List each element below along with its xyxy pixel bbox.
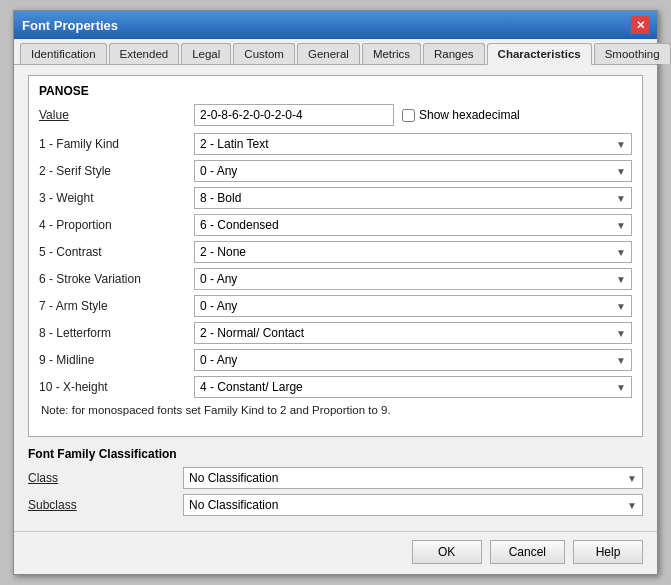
panose-dropdown-3[interactable]: 8 - Bold▼ [194, 187, 632, 209]
panose-dropdown-value-1: 2 - Latin Text [200, 137, 268, 151]
tab-ranges[interactable]: Ranges [423, 43, 485, 64]
panose-rows: 1 - Family Kind2 - Latin Text▼2 - Serif … [39, 133, 632, 398]
panose-dropdown-9[interactable]: 0 - Any▼ [194, 349, 632, 371]
panose-dropdown-value-7: 0 - Any [200, 299, 237, 313]
panose-dropdown-7[interactable]: 0 - Any▼ [194, 295, 632, 317]
panose-row-6: 6 - Stroke Variation0 - Any▼ [39, 268, 632, 290]
panose-row-7: 7 - Arm Style0 - Any▼ [39, 295, 632, 317]
panose-dropdown-value-5: 2 - None [200, 245, 246, 259]
panose-row-label-1: 1 - Family Kind [39, 137, 194, 151]
tab-extended[interactable]: Extended [109, 43, 180, 64]
panose-dropdown-8[interactable]: 2 - Normal/ Contact▼ [194, 322, 632, 344]
panose-row-label-10: 10 - X-height [39, 380, 194, 394]
class-row: Class No Classification ▼ [28, 467, 643, 489]
panose-value-input[interactable] [194, 104, 394, 126]
tab-smoothing[interactable]: Smoothing [594, 43, 671, 64]
panose-dropdown-4[interactable]: 6 - Condensed▼ [194, 214, 632, 236]
tab-custom[interactable]: Custom [233, 43, 295, 64]
class-label: Class [28, 471, 183, 485]
panose-dropdown-10[interactable]: 4 - Constant/ Large▼ [194, 376, 632, 398]
panose-dropdown-value-6: 0 - Any [200, 272, 237, 286]
class-dropdown-arrow: ▼ [627, 473, 637, 484]
panose-row-label-7: 7 - Arm Style [39, 299, 194, 313]
panose-row-3: 3 - Weight8 - Bold▼ [39, 187, 632, 209]
panose-dropdown-arrow-6: ▼ [616, 274, 626, 285]
subclass-dropdown-value: No Classification [189, 498, 278, 512]
panose-dropdown-value-2: 0 - Any [200, 164, 237, 178]
panose-dropdown-value-8: 2 - Normal/ Contact [200, 326, 304, 340]
panose-dropdown-arrow-2: ▼ [616, 166, 626, 177]
subclass-dropdown-arrow: ▼ [627, 500, 637, 511]
subclass-label: Subclass [28, 498, 183, 512]
help-button[interactable]: Help [573, 540, 643, 564]
panose-dropdown-arrow-10: ▼ [616, 382, 626, 393]
panose-title: PANOSE [39, 84, 632, 98]
panose-row-label-4: 4 - Proportion [39, 218, 194, 232]
ok-button[interactable]: OK [412, 540, 482, 564]
panose-dropdown-value-9: 0 - Any [200, 353, 237, 367]
panose-note: Note: for monospaced fonts set Family Ki… [39, 404, 632, 416]
subclass-dropdown[interactable]: No Classification ▼ [183, 494, 643, 516]
window-title: Font Properties [22, 18, 118, 33]
panose-dropdown-arrow-1: ▼ [616, 139, 626, 150]
panose-row-label-6: 6 - Stroke Variation [39, 272, 194, 286]
panose-dropdown-2[interactable]: 0 - Any▼ [194, 160, 632, 182]
panose-row-10: 10 - X-height4 - Constant/ Large▼ [39, 376, 632, 398]
title-bar: Font Properties ✕ [14, 11, 657, 39]
panose-dropdown-1[interactable]: 2 - Latin Text▼ [194, 133, 632, 155]
panose-value-label: Value [39, 108, 194, 122]
tab-identification[interactable]: Identification [20, 43, 107, 64]
panose-row-8: 8 - Letterform2 - Normal/ Contact▼ [39, 322, 632, 344]
panose-dropdown-value-10: 4 - Constant/ Large [200, 380, 303, 394]
panose-row-5: 5 - Contrast2 - None▼ [39, 241, 632, 263]
classification-title: Font Family Classification [28, 447, 643, 461]
classification-section: Font Family Classification Class No Clas… [28, 447, 643, 516]
panose-row-4: 4 - Proportion6 - Condensed▼ [39, 214, 632, 236]
panose-row-9: 9 - Midline0 - Any▼ [39, 349, 632, 371]
panose-dropdown-value-3: 8 - Bold [200, 191, 241, 205]
panose-row-label-2: 2 - Serif Style [39, 164, 194, 178]
tab-content: PANOSE Value Show hexadecimal 1 - Family… [14, 65, 657, 531]
panose-dropdown-arrow-5: ▼ [616, 247, 626, 258]
class-dropdown-value: No Classification [189, 471, 278, 485]
panose-dropdown-5[interactable]: 2 - None▼ [194, 241, 632, 263]
panose-dropdown-value-4: 6 - Condensed [200, 218, 279, 232]
panose-dropdown-arrow-7: ▼ [616, 301, 626, 312]
panose-row-label-3: 3 - Weight [39, 191, 194, 205]
panose-dropdown-6[interactable]: 0 - Any▼ [194, 268, 632, 290]
panose-dropdown-arrow-4: ▼ [616, 220, 626, 231]
panose-dropdown-arrow-9: ▼ [616, 355, 626, 366]
show-hex-checkbox[interactable] [402, 109, 415, 122]
panose-row-label-9: 9 - Midline [39, 353, 194, 367]
tab-legal[interactable]: Legal [181, 43, 231, 64]
panose-row-label-5: 5 - Contrast [39, 245, 194, 259]
tab-general[interactable]: General [297, 43, 360, 64]
footer: OK Cancel Help [14, 531, 657, 574]
panose-dropdown-arrow-3: ▼ [616, 193, 626, 204]
class-dropdown[interactable]: No Classification ▼ [183, 467, 643, 489]
subclass-row: Subclass No Classification ▼ [28, 494, 643, 516]
tab-bar: Identification Extended Legal Custom Gen… [14, 39, 657, 65]
cancel-button[interactable]: Cancel [490, 540, 565, 564]
panose-row-label-8: 8 - Letterform [39, 326, 194, 340]
show-hex-label: Show hexadecimal [419, 108, 520, 122]
close-button[interactable]: ✕ [631, 16, 649, 34]
panose-section: PANOSE Value Show hexadecimal 1 - Family… [28, 75, 643, 437]
panose-row-2: 2 - Serif Style0 - Any▼ [39, 160, 632, 182]
panose-row-1: 1 - Family Kind2 - Latin Text▼ [39, 133, 632, 155]
font-properties-window: Font Properties ✕ Identification Extende… [13, 10, 658, 575]
tab-metrics[interactable]: Metrics [362, 43, 421, 64]
show-hex-row: Show hexadecimal [402, 108, 520, 122]
tab-characteristics[interactable]: Characteristics [487, 43, 592, 65]
panose-value-row: Value Show hexadecimal [39, 104, 632, 126]
panose-dropdown-arrow-8: ▼ [616, 328, 626, 339]
